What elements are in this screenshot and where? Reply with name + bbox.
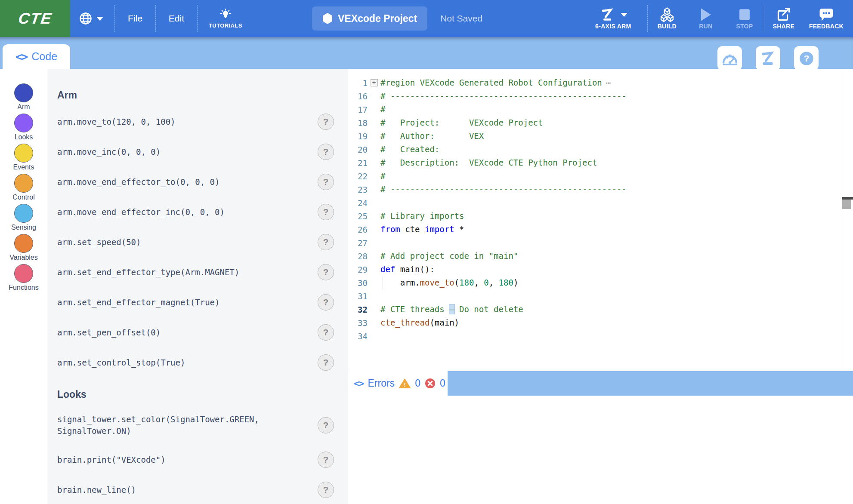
events-category-icon [14, 144, 33, 163]
command-help-button[interactable]: ? [318, 417, 334, 433]
command-help-button[interactable]: ? [318, 204, 334, 220]
line-number: 16 [348, 92, 368, 101]
editor-line: 18# Project: VEXcode Project [348, 116, 853, 129]
dashboard-button[interactable] [717, 46, 742, 71]
editor-line: 22# [348, 169, 853, 183]
project-title-group: VEXcode Project Not Saved [312, 0, 482, 37]
palette-command-text: arm.set_pen_offset(0) [57, 327, 161, 338]
collapsed-region-icon[interactable]: ⋯ [606, 78, 611, 87]
line-number: 24 [348, 198, 368, 208]
language-menu[interactable] [70, 0, 114, 37]
palette-command[interactable]: arm.set_end_effector_magnet(True)? [57, 287, 348, 317]
palette-command-text: signal_tower.set_color(SignalTower.GREEN… [57, 414, 259, 437]
stop-icon [738, 7, 751, 22]
line-number: 26 [348, 225, 368, 234]
category-label: Control [12, 194, 35, 201]
command-help-button[interactable]: ? [318, 144, 334, 160]
code-text: from cte import * [380, 223, 464, 236]
code-text: # Description: VEXcode CTE Python Projec… [380, 156, 597, 169]
token: #region VEXcode Generated Robot Configur… [380, 78, 602, 87]
svg-text:?: ? [804, 53, 809, 63]
cte-logo: CTE [0, 0, 70, 37]
command-help-button[interactable]: ? [318, 234, 334, 250]
command-help-button[interactable]: ? [318, 264, 334, 280]
line-number: 29 [348, 265, 368, 274]
globe-icon [79, 12, 93, 25]
palette-command[interactable]: brain.new_line()? [57, 475, 348, 504]
sidebar-item-arm[interactable]: Arm [0, 83, 47, 114]
feedback-button[interactable]: FEEDBACK [803, 0, 850, 37]
tab-code[interactable]: <> Code [3, 44, 70, 69]
sidebar-item-variables[interactable]: Variables [0, 234, 47, 264]
control-category-icon [14, 174, 33, 193]
token: arm. [380, 278, 420, 287]
code-text: # Add project code in "main" [380, 249, 518, 263]
sidebar-item-looks[interactable]: Looks [0, 114, 47, 144]
line-number: 22 [348, 172, 368, 181]
fold-expand-icon[interactable]: + [371, 79, 378, 86]
code-text: # CTE threads – Do not delete [380, 303, 523, 316]
palette-command[interactable]: arm.set_pen_offset(0)? [57, 317, 348, 347]
run-button[interactable]: RUN [686, 0, 725, 37]
sidebar-item-sensing[interactable]: Sensing [0, 204, 47, 234]
palette-command[interactable]: arm.move_end_effector_to(0, 0, 0)? [57, 167, 348, 197]
palette-command-text: brain.new_line() [57, 484, 136, 496]
palette-command-text: arm.move_to(120, 0, 100) [57, 116, 176, 128]
share-button[interactable]: SHARE [764, 0, 803, 37]
stop-button[interactable]: STOP [725, 0, 764, 37]
palette-command[interactable]: brain.print("VEXcode")? [57, 445, 348, 475]
run-label: RUN [699, 23, 712, 30]
build-button[interactable]: BUILD [648, 0, 686, 37]
code-text: # --------------------------------------… [380, 183, 627, 196]
token: , [474, 278, 484, 287]
category-label: Sensing [11, 224, 36, 231]
category-label: Functions [9, 284, 38, 292]
palette-command[interactable]: arm.set_speed(50)? [57, 227, 348, 257]
command-help-button[interactable]: ? [318, 354, 334, 371]
error-icon [425, 378, 436, 389]
palette-command[interactable]: arm.move_inc(0, 0, 0)? [57, 137, 348, 167]
project-name-button[interactable]: VEXcode Project [312, 6, 427, 31]
command-help-button[interactable]: ? [318, 174, 334, 190]
palette-command-text: arm.move_inc(0, 0, 0) [57, 146, 161, 158]
command-help-button[interactable]: ? [318, 294, 334, 310]
help-icon: ? [797, 49, 816, 68]
robot-config-button[interactable] [756, 46, 780, 71]
command-help-button[interactable]: ? [318, 482, 334, 498]
editor-line: 26from cte import * [348, 223, 853, 236]
category-label: Variables [9, 254, 38, 261]
sidebar-item-events[interactable]: Events [0, 144, 47, 174]
edit-menu[interactable]: Edit [156, 0, 197, 37]
category-sidebar: ArmLooksEventsControlSensingVariablesFun… [0, 69, 47, 504]
warning-count: 0 [415, 378, 420, 389]
palette-command[interactable]: arm.move_end_effector_inc(0, 0, 0)? [57, 197, 348, 227]
command-help-button[interactable]: ? [318, 114, 334, 130]
palette-command-text: brain.print("VEXcode") [57, 454, 166, 466]
token: – [449, 304, 454, 314]
palette-command[interactable]: arm.move_to(120, 0, 100)? [57, 107, 348, 137]
token: # Library imports [380, 211, 464, 221]
palette-command[interactable]: signal_tower.set_color(SignalTower.GREEN… [57, 406, 348, 445]
file-menu[interactable]: File [115, 0, 155, 37]
feedback-label: FEEDBACK [809, 23, 844, 30]
token: # Add project code in "main" [380, 251, 518, 261]
sidebar-item-functions[interactable]: Functions [0, 264, 47, 294]
line-number: 21 [348, 158, 368, 168]
command-help-button[interactable]: ? [318, 324, 334, 341]
top-bar: CTE File Edit [0, 0, 853, 37]
looks-category-icon [14, 114, 33, 132]
tab-errors[interactable]: <> Errors ! 0 0 [348, 371, 448, 396]
sidebar-item-control[interactable]: Control [0, 174, 47, 204]
line-number: 18 [348, 118, 368, 128]
palette-command[interactable]: arm.set_control_stop(True)? [57, 347, 348, 378]
help-button[interactable]: ? [794, 46, 819, 71]
device-selector[interactable]: 6-AXIS ARM [579, 0, 647, 37]
warning-icon: ! [399, 378, 411, 389]
code-editor[interactable]: 1+#region VEXcode Generated Robot Config… [348, 69, 853, 371]
editor-scrollbar-track[interactable] [843, 69, 843, 371]
token: , [489, 278, 499, 287]
tutorials-button[interactable]: TUTORIALS [198, 0, 253, 37]
editor-scrollbar-thumb[interactable] [842, 200, 851, 209]
command-help-button[interactable]: ? [318, 452, 334, 468]
palette-command[interactable]: arm.set_end_effector_type(Arm.MAGNET)? [57, 257, 348, 287]
